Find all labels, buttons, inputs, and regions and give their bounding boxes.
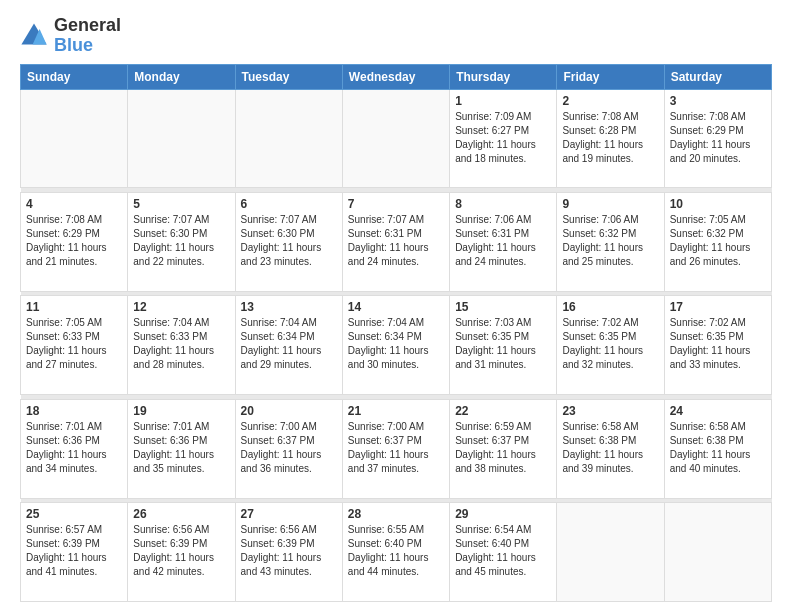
day-number: 11 — [26, 300, 122, 314]
week-row-1: 1Sunrise: 7:09 AM Sunset: 6:27 PM Daylig… — [21, 89, 772, 188]
weekday-header-saturday: Saturday — [664, 64, 771, 89]
calendar-cell — [664, 503, 771, 602]
logo: General Blue — [20, 16, 121, 56]
calendar-cell: 24Sunrise: 6:58 AM Sunset: 6:38 PM Dayli… — [664, 399, 771, 498]
day-number: 7 — [348, 197, 444, 211]
calendar-cell: 3Sunrise: 7:08 AM Sunset: 6:29 PM Daylig… — [664, 89, 771, 188]
day-info: Sunrise: 7:04 AM Sunset: 6:34 PM Dayligh… — [348, 316, 444, 372]
day-info: Sunrise: 6:56 AM Sunset: 6:39 PM Dayligh… — [241, 523, 337, 579]
day-info: Sunrise: 6:58 AM Sunset: 6:38 PM Dayligh… — [670, 420, 766, 476]
day-number: 6 — [241, 197, 337, 211]
calendar-cell: 26Sunrise: 6:56 AM Sunset: 6:39 PM Dayli… — [128, 503, 235, 602]
day-info: Sunrise: 7:02 AM Sunset: 6:35 PM Dayligh… — [670, 316, 766, 372]
logo-text: General Blue — [54, 16, 121, 56]
calendar-cell: 27Sunrise: 6:56 AM Sunset: 6:39 PM Dayli… — [235, 503, 342, 602]
day-number: 1 — [455, 94, 551, 108]
day-info: Sunrise: 7:00 AM Sunset: 6:37 PM Dayligh… — [348, 420, 444, 476]
day-number: 13 — [241, 300, 337, 314]
day-info: Sunrise: 7:09 AM Sunset: 6:27 PM Dayligh… — [455, 110, 551, 166]
day-info: Sunrise: 6:56 AM Sunset: 6:39 PM Dayligh… — [133, 523, 229, 579]
day-number: 14 — [348, 300, 444, 314]
day-number: 28 — [348, 507, 444, 521]
calendar-cell: 9Sunrise: 7:06 AM Sunset: 6:32 PM Daylig… — [557, 192, 664, 291]
logo-icon — [20, 22, 48, 50]
day-number: 18 — [26, 404, 122, 418]
calendar-cell: 7Sunrise: 7:07 AM Sunset: 6:31 PM Daylig… — [342, 192, 449, 291]
day-number: 27 — [241, 507, 337, 521]
calendar-cell: 19Sunrise: 7:01 AM Sunset: 6:36 PM Dayli… — [128, 399, 235, 498]
day-info: Sunrise: 7:07 AM Sunset: 6:30 PM Dayligh… — [133, 213, 229, 269]
week-row-3: 11Sunrise: 7:05 AM Sunset: 6:33 PM Dayli… — [21, 296, 772, 395]
day-info: Sunrise: 7:08 AM Sunset: 6:28 PM Dayligh… — [562, 110, 658, 166]
day-info: Sunrise: 6:59 AM Sunset: 6:37 PM Dayligh… — [455, 420, 551, 476]
day-number: 24 — [670, 404, 766, 418]
day-info: Sunrise: 7:03 AM Sunset: 6:35 PM Dayligh… — [455, 316, 551, 372]
day-info: Sunrise: 7:00 AM Sunset: 6:37 PM Dayligh… — [241, 420, 337, 476]
day-number: 9 — [562, 197, 658, 211]
calendar-cell: 17Sunrise: 7:02 AM Sunset: 6:35 PM Dayli… — [664, 296, 771, 395]
calendar-cell: 20Sunrise: 7:00 AM Sunset: 6:37 PM Dayli… — [235, 399, 342, 498]
calendar-cell: 14Sunrise: 7:04 AM Sunset: 6:34 PM Dayli… — [342, 296, 449, 395]
calendar-cell — [128, 89, 235, 188]
day-info: Sunrise: 7:04 AM Sunset: 6:33 PM Dayligh… — [133, 316, 229, 372]
weekday-header-tuesday: Tuesday — [235, 64, 342, 89]
day-number: 25 — [26, 507, 122, 521]
calendar-cell: 15Sunrise: 7:03 AM Sunset: 6:35 PM Dayli… — [450, 296, 557, 395]
calendar-cell — [21, 89, 128, 188]
calendar-cell: 2Sunrise: 7:08 AM Sunset: 6:28 PM Daylig… — [557, 89, 664, 188]
day-info: Sunrise: 6:57 AM Sunset: 6:39 PM Dayligh… — [26, 523, 122, 579]
day-info: Sunrise: 6:55 AM Sunset: 6:40 PM Dayligh… — [348, 523, 444, 579]
day-number: 2 — [562, 94, 658, 108]
calendar-cell: 25Sunrise: 6:57 AM Sunset: 6:39 PM Dayli… — [21, 503, 128, 602]
weekday-header-monday: Monday — [128, 64, 235, 89]
day-number: 12 — [133, 300, 229, 314]
calendar-cell: 13Sunrise: 7:04 AM Sunset: 6:34 PM Dayli… — [235, 296, 342, 395]
day-number: 22 — [455, 404, 551, 418]
day-info: Sunrise: 7:07 AM Sunset: 6:30 PM Dayligh… — [241, 213, 337, 269]
weekday-header-wednesday: Wednesday — [342, 64, 449, 89]
calendar-cell: 4Sunrise: 7:08 AM Sunset: 6:29 PM Daylig… — [21, 192, 128, 291]
calendar-cell: 11Sunrise: 7:05 AM Sunset: 6:33 PM Dayli… — [21, 296, 128, 395]
day-number: 20 — [241, 404, 337, 418]
calendar-table: SundayMondayTuesdayWednesdayThursdayFrid… — [20, 64, 772, 602]
calendar-cell: 1Sunrise: 7:09 AM Sunset: 6:27 PM Daylig… — [450, 89, 557, 188]
calendar-cell: 18Sunrise: 7:01 AM Sunset: 6:36 PM Dayli… — [21, 399, 128, 498]
weekday-header-sunday: Sunday — [21, 64, 128, 89]
calendar-cell — [342, 89, 449, 188]
calendar-cell: 8Sunrise: 7:06 AM Sunset: 6:31 PM Daylig… — [450, 192, 557, 291]
week-row-5: 25Sunrise: 6:57 AM Sunset: 6:39 PM Dayli… — [21, 503, 772, 602]
calendar-cell: 21Sunrise: 7:00 AM Sunset: 6:37 PM Dayli… — [342, 399, 449, 498]
day-info: Sunrise: 7:05 AM Sunset: 6:33 PM Dayligh… — [26, 316, 122, 372]
calendar-cell: 23Sunrise: 6:58 AM Sunset: 6:38 PM Dayli… — [557, 399, 664, 498]
weekday-header-friday: Friday — [557, 64, 664, 89]
weekday-header-thursday: Thursday — [450, 64, 557, 89]
calendar-cell: 5Sunrise: 7:07 AM Sunset: 6:30 PM Daylig… — [128, 192, 235, 291]
day-number: 10 — [670, 197, 766, 211]
day-info: Sunrise: 7:08 AM Sunset: 6:29 PM Dayligh… — [26, 213, 122, 269]
calendar-cell: 10Sunrise: 7:05 AM Sunset: 6:32 PM Dayli… — [664, 192, 771, 291]
calendar-cell — [557, 503, 664, 602]
calendar-cell — [235, 89, 342, 188]
day-number: 29 — [455, 507, 551, 521]
calendar-cell: 29Sunrise: 6:54 AM Sunset: 6:40 PM Dayli… — [450, 503, 557, 602]
day-number: 21 — [348, 404, 444, 418]
day-info: Sunrise: 7:08 AM Sunset: 6:29 PM Dayligh… — [670, 110, 766, 166]
day-info: Sunrise: 7:07 AM Sunset: 6:31 PM Dayligh… — [348, 213, 444, 269]
day-info: Sunrise: 7:01 AM Sunset: 6:36 PM Dayligh… — [26, 420, 122, 476]
page-header: General Blue — [20, 16, 772, 56]
day-number: 23 — [562, 404, 658, 418]
day-number: 3 — [670, 94, 766, 108]
day-number: 26 — [133, 507, 229, 521]
calendar-cell: 6Sunrise: 7:07 AM Sunset: 6:30 PM Daylig… — [235, 192, 342, 291]
day-info: Sunrise: 7:01 AM Sunset: 6:36 PM Dayligh… — [133, 420, 229, 476]
day-number: 8 — [455, 197, 551, 211]
day-info: Sunrise: 7:04 AM Sunset: 6:34 PM Dayligh… — [241, 316, 337, 372]
day-number: 16 — [562, 300, 658, 314]
day-info: Sunrise: 7:06 AM Sunset: 6:32 PM Dayligh… — [562, 213, 658, 269]
calendar-cell: 16Sunrise: 7:02 AM Sunset: 6:35 PM Dayli… — [557, 296, 664, 395]
week-row-2: 4Sunrise: 7:08 AM Sunset: 6:29 PM Daylig… — [21, 192, 772, 291]
day-number: 17 — [670, 300, 766, 314]
calendar-cell: 22Sunrise: 6:59 AM Sunset: 6:37 PM Dayli… — [450, 399, 557, 498]
day-info: Sunrise: 7:05 AM Sunset: 6:32 PM Dayligh… — [670, 213, 766, 269]
day-number: 15 — [455, 300, 551, 314]
